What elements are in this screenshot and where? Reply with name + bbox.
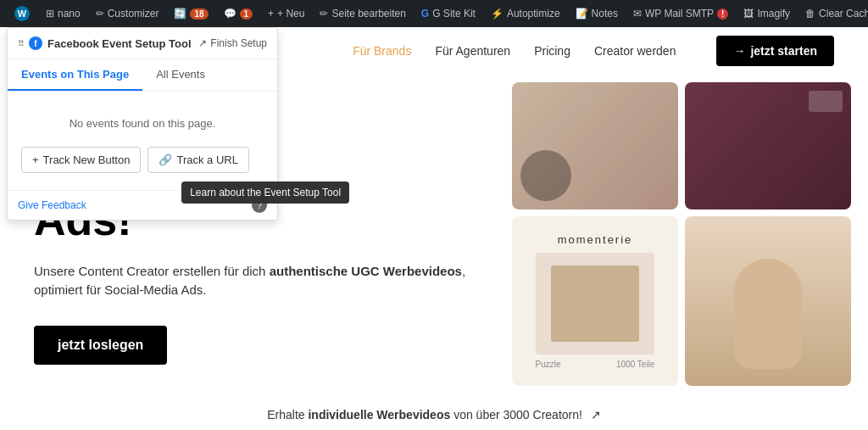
finish-setup-icon: ↗ — [198, 37, 207, 49]
hero-image-3: momenterie Puzzle 1000 Teile — [512, 216, 678, 386]
img3-label-puzzle: Puzzle — [536, 360, 561, 369]
imagify-icon: 🖼 — [743, 8, 754, 20]
fb-panel-header: ⠿ f Facebook Event Setup Tool ↗ Finish S… — [8, 28, 277, 59]
fb-event-setup-panel: ⠿ f Facebook Event Setup Tool ↗ Finish S… — [7, 27, 278, 221]
comments-icon: 💬 — [224, 8, 236, 20]
wpmail-icon: ✉ — [633, 8, 642, 20]
fb-tabs: Events on This Page All Events — [8, 59, 277, 92]
img3-labels: Puzzle 1000 Teile — [536, 360, 655, 369]
hero-subtext-before: Unsere Content Creator erstellen für dic… — [34, 264, 270, 278]
bottom-text-bold: individuelle Werbevideos — [308, 408, 450, 422]
admin-bar-new[interactable]: + + Neu — [261, 0, 311, 27]
admin-bar-imagify[interactable]: 🖼 Imagify — [737, 0, 797, 27]
site-cta-button[interactable]: → jetzt starten — [716, 36, 834, 66]
hero-subtext-bold: authentische UGC Werbevideos — [270, 264, 462, 278]
updates-badge: 18 — [190, 8, 208, 20]
plus-icon: + — [32, 154, 39, 166]
sitekit-label: G Site Kit — [432, 8, 476, 20]
bottom-text-before: Erhalte — [267, 408, 308, 422]
nav-pricing[interactable]: Pricing — [534, 44, 570, 58]
track-url-container: 🔗 Track a URL Learn about the Event Setu… — [147, 147, 248, 173]
wp-logo-item[interactable]: W — [7, 0, 37, 27]
no-events-message: No events found on this page. — [21, 109, 264, 147]
hero-images: momenterie Puzzle 1000 Teile — [512, 82, 851, 386]
img3-card — [536, 253, 655, 355]
hero-bottom-text: Erhalte individuelle Werbevideos von übe… — [267, 408, 601, 422]
customizer-label: Customizer — [108, 8, 159, 20]
finish-setup-label: Finish Setup — [210, 37, 267, 49]
notes-label: Notes — [592, 8, 618, 20]
hero-image-1 — [512, 82, 678, 209]
img2-overlay — [809, 91, 843, 112]
tooltip: Learn about the Event Setup Tool — [181, 181, 349, 204]
nav-links: Für Brands Für Agenturen Pricing Creator… — [353, 36, 834, 66]
comments-badge: 1 — [240, 8, 253, 20]
admin-bar-nano[interactable]: ⊞ nano — [39, 0, 87, 27]
hero-cta-button[interactable]: jetzt loslegen — [34, 326, 167, 365]
customizer-icon: ✏ — [96, 8, 104, 20]
img3-brand-name: momenterie — [558, 233, 633, 246]
admin-bar-clear-cache[interactable]: 🗑 Clear Cache — [798, 0, 868, 27]
nav-fur-agenturen[interactable]: Für Agenturen — [435, 44, 510, 58]
track-new-button-button[interactable]: + Track New Button — [21, 147, 141, 173]
svg-text:W: W — [18, 8, 27, 19]
img1-circle — [520, 150, 571, 201]
clear-cache-label: Clear Cache — [819, 8, 868, 20]
bottom-text-after: von über 3000 Creatorn! — [450, 408, 582, 422]
edit-page-label: Seite bearbeiten — [331, 8, 405, 20]
admin-bar-edit-page[interactable]: ✏ Seite bearbeiten — [313, 0, 412, 27]
hero-image-4 — [685, 216, 851, 386]
fb-panel-body: No events found on this page. + Track Ne… — [8, 92, 277, 190]
autoptimize-icon: ⚡ — [491, 8, 504, 20]
cta-label: jetzt starten — [750, 44, 817, 58]
tab-all-events[interactable]: All Events — [142, 59, 219, 91]
nano-label: nano — [58, 8, 81, 20]
drag-handle-icon: ⠿ — [18, 39, 24, 48]
wpmail-label: WP Mail SMTP — [645, 8, 714, 20]
updates-icon: 🔄 — [174, 8, 186, 20]
wp-logo-icon: W — [14, 5, 31, 22]
give-feedback-link[interactable]: Give Feedback — [18, 199, 86, 211]
img3-inner-art — [551, 265, 638, 342]
imagify-label: Imagify — [757, 8, 790, 20]
nano-icon: ⊞ — [46, 8, 54, 20]
hero-image-2 — [685, 82, 851, 209]
track-url-label: Track a URL — [176, 154, 237, 166]
admin-bar-customizer[interactable]: ✏ Customizer — [89, 0, 166, 27]
facebook-icon: f — [29, 36, 42, 50]
arrow-decoration: ↗ — [591, 408, 601, 422]
track-new-button-label: Track New Button — [43, 154, 131, 166]
sitekit-icon: G — [421, 8, 429, 20]
new-label: + Neu — [277, 8, 304, 20]
finish-setup-button[interactable]: ↗ Finish Setup — [198, 37, 267, 49]
admin-bar-updates[interactable]: 🔄 18 — [167, 0, 214, 27]
admin-bar-sitekit[interactable]: G G Site Kit — [415, 0, 482, 27]
img4-silhouette — [734, 259, 802, 369]
tab-events-on-page[interactable]: Events on This Page — [8, 59, 142, 91]
nav-fur-brands[interactable]: Für Brands — [353, 44, 411, 58]
hero-subtext: Unsere Content Creator erstellen für dic… — [34, 262, 483, 300]
fb-panel-title-text: Facebook Event Setup Tool — [47, 37, 192, 50]
edit-page-icon: ✏ — [320, 8, 328, 20]
fb-panel-actions: + Track New Button 🔗 Track a URL Learn a… — [21, 147, 264, 173]
notes-icon: 📝 — [576, 8, 588, 20]
link-icon: 🔗 — [159, 154, 172, 166]
autoptimize-label: Autoptimize — [507, 8, 560, 20]
admin-bar-wpmail[interactable]: ✉ WP Mail SMTP ! — [626, 0, 735, 27]
wpmail-badge: ! — [717, 8, 728, 20]
img4-person — [685, 216, 851, 386]
nav-creator-werden[interactable]: Creator werden — [594, 44, 676, 58]
admin-bar-notes[interactable]: 📝 Notes — [569, 0, 625, 27]
new-icon: + — [268, 8, 274, 20]
img3-label-teile: 1000 Teile — [616, 360, 654, 369]
admin-bar-comments[interactable]: 💬 1 — [217, 0, 260, 27]
fb-panel-title: ⠿ f Facebook Event Setup Tool — [18, 36, 192, 50]
admin-bar: W ⊞ nano ✏ Customizer 🔄 18 💬 1 + + Neu ✏… — [0, 0, 868, 27]
admin-bar-autoptimize[interactable]: ⚡ Autoptimize — [484, 0, 567, 27]
clear-cache-icon: 🗑 — [805, 8, 815, 20]
cta-arrow-icon: → — [733, 44, 745, 58]
track-url-button[interactable]: 🔗 Track a URL — [147, 147, 248, 173]
